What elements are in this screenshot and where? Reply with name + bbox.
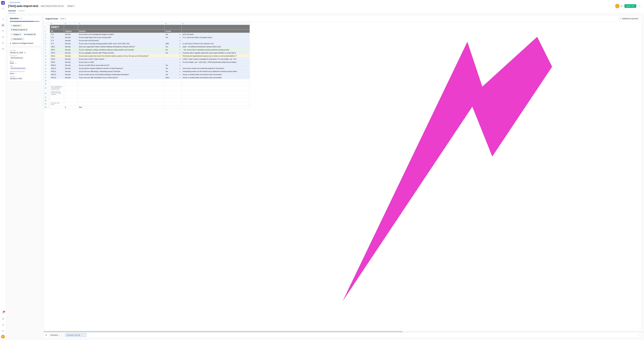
cell[interactable]: If yes, how soon after termination do yo… xyxy=(78,76,164,79)
calendar-icon[interactable] xyxy=(24,52,26,54)
col-header[interactable]: D xyxy=(164,22,182,25)
cell[interactable] xyxy=(164,25,182,30)
cell[interactable]: No. xyxy=(50,30,64,33)
cell[interactable] xyxy=(64,82,78,86)
cell[interactable]: Do you have a risk management program in… xyxy=(78,33,164,36)
chat-icon[interactable] xyxy=(1,29,5,33)
cell[interactable]: Does your organization follow a defined … xyxy=(78,45,164,48)
col-header[interactable]: C xyxy=(78,22,164,25)
row-number[interactable]: 9 xyxy=(44,52,50,54)
cell[interactable]: Security xyxy=(64,61,78,64)
cell[interactable] xyxy=(50,106,64,109)
cell[interactable]: Risk xyxy=(78,106,164,109)
cell[interactable] xyxy=(182,64,250,67)
cell[interactable]: IAM-11 xyxy=(50,67,64,70)
cell[interactable] xyxy=(182,106,250,109)
cell[interactable] xyxy=(182,99,250,102)
row-number[interactable]: 3 xyxy=(44,33,50,36)
cell[interactable] xyxy=(182,102,250,106)
cell[interactable]: Security xyxy=(64,48,78,52)
analytics-icon[interactable] xyxy=(1,18,5,21)
cell[interactable]: S 1.2, and at-rest data is encrypted usi… xyxy=(182,36,250,39)
row-number[interactable]: 13 xyxy=(44,64,50,67)
cell[interactable]: Yes xyxy=(164,33,182,36)
row-number[interactable]: 16 xyxy=(44,73,50,76)
cell[interactable] xyxy=(50,82,64,86)
cell[interactable] xyxy=(164,61,182,64)
filter-approved[interactable]: Approved 0 xyxy=(10,24,22,27)
cell[interactable]: Yes xyxy=(164,45,182,48)
cell[interactable]: Security xyxy=(64,45,78,48)
cell[interactable]: Access is revoked within one business da… xyxy=(182,76,250,79)
cell[interactable]: IT-2 xyxy=(50,36,64,39)
cell[interactable]: Do you segregate customer data? Please d… xyxy=(78,52,164,54)
col-header[interactable]: B xyxy=(64,22,78,25)
row-number[interactable]: 6 xyxy=(44,42,50,45)
cell[interactable]: NOT CONFIDENTIAL: This questionnaire sho… xyxy=(50,86,64,90)
add-remove-questions-button[interactable]: Add/Remove Questions xyxy=(618,17,640,20)
cell[interactable]: Yes xyxy=(164,48,182,52)
horizontal-scrollbar[interactable] xyxy=(44,331,642,332)
cell[interactable]: zation . ed Software Development Lifecyc… xyxy=(182,45,250,48)
cell[interactable]: Security xyxy=(64,70,78,73)
cell[interactable] xyxy=(182,39,250,42)
cell[interactable]: Security xyxy=(64,73,78,76)
cell[interactable] xyxy=(78,99,164,102)
cell[interactable] xyxy=(164,99,182,102)
row-number[interactable]: 19 xyxy=(44,82,50,86)
questionnaires-icon[interactable] xyxy=(1,24,5,27)
search-icon[interactable] xyxy=(1,7,5,10)
cell[interactable]: ed for all assets. xyxy=(182,33,250,36)
row-number[interactable]: 4 xyxy=(44,36,50,39)
cell[interactable] xyxy=(182,90,250,96)
cell[interactable] xyxy=(164,58,182,61)
tab-overview[interactable]: Overview xyxy=(8,10,16,13)
cell[interactable]: Onboarding involves an HR checklist and … xyxy=(182,70,250,73)
cell[interactable]: AWS xyxy=(164,42,182,45)
send-icon[interactable] xyxy=(1,323,5,326)
cell[interactable]: 24hrs xyxy=(164,76,182,79)
settings-icon[interactable] xyxy=(1,329,5,332)
cell[interactable]: Access is revoked within one business da… xyxy=(182,73,250,76)
users-icon[interactable] xyxy=(1,47,5,51)
cell[interactable]: Do your employees undergo mandatory trai… xyxy=(78,48,164,52)
cell[interactable]: Security xyxy=(64,52,78,54)
col-header[interactable]: A xyxy=(50,22,64,25)
cell[interactable]: INTERNAL USE ONLY - xyxy=(50,102,64,106)
cell[interactable] xyxy=(78,90,164,96)
bell-icon[interactable] xyxy=(621,5,623,7)
row-number[interactable]: 1 xyxy=(44,25,50,30)
cell[interactable] xyxy=(50,99,64,102)
cell[interactable]: IT-4 xyxy=(50,42,64,45)
cell[interactable]: Security xyxy=(64,33,78,36)
cell[interactable] xyxy=(64,86,78,90)
row-number[interactable]: 11 xyxy=(44,58,50,61)
cell[interactable]: EKM-3 xyxy=(50,64,64,67)
cell[interactable] xyxy=(64,102,78,106)
cell[interactable]: Security xyxy=(64,67,78,70)
cell[interactable]: - Yes, all new hires e mandatory securit… xyxy=(182,48,250,52)
filter-flagged[interactable]: ▲Flagged 1 xyxy=(10,33,22,36)
row-number[interactable]: 24 xyxy=(44,102,50,106)
cell[interactable] xyxy=(64,25,78,30)
cell[interactable] xyxy=(164,96,182,99)
cell[interactable]: For more details, see: • CSA CAIQ - STAR… xyxy=(182,61,250,64)
cell[interactable] xyxy=(164,102,182,106)
col-header[interactable]: E xyxy=(182,22,250,25)
sheet-next-icon[interactable]: › xyxy=(640,334,640,336)
cell[interactable]: Yes xyxy=(164,64,182,67)
assignee-avatar[interactable]: CJ xyxy=(616,4,619,8)
cell[interactable] xyxy=(164,106,182,109)
tab-answers[interactable]: Answers xyxy=(18,10,25,13)
row-number[interactable]: 7 xyxy=(44,45,50,48)
help-icon[interactable] xyxy=(1,317,5,321)
user-avatar[interactable]: CJ xyxy=(1,335,5,338)
cell[interactable]: Answer xyxy=(164,30,182,33)
app-logo[interactable] xyxy=(1,1,5,5)
cell[interactable] xyxy=(78,82,164,86)
cell[interactable] xyxy=(182,30,250,33)
edit-salesforce-icon[interactable] xyxy=(15,73,16,74)
cell[interactable]: Do you have a policy that covers if an i… xyxy=(78,54,164,58)
filter-unanswered[interactable]: Unanswered 0 xyxy=(10,37,24,41)
cell[interactable] xyxy=(78,86,164,90)
